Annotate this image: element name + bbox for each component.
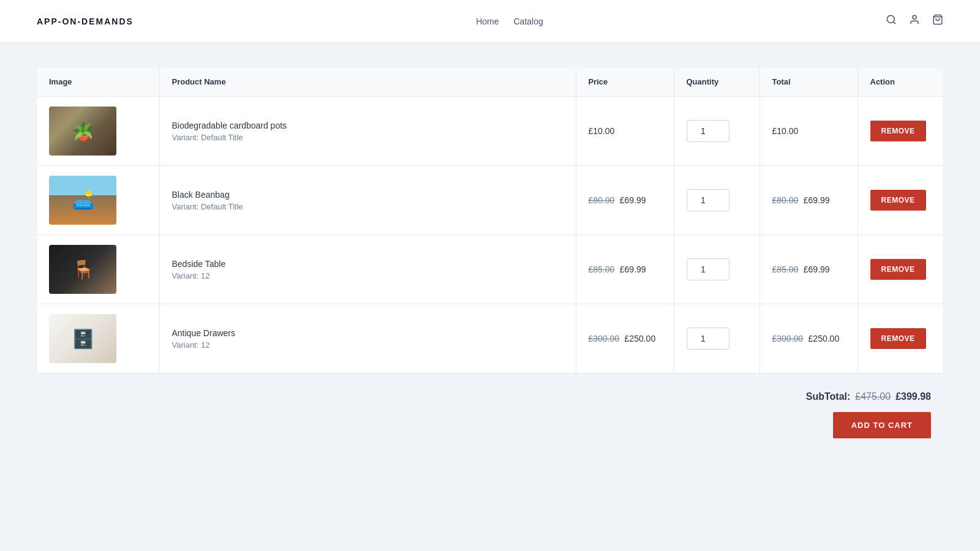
product-quantity-cell (674, 235, 760, 304)
svg-line-1 (893, 21, 895, 23)
product-image (49, 176, 116, 225)
product-action-cell: REMOVE (858, 304, 943, 373)
product-total-cell: £300.00 £250.00 (760, 304, 858, 373)
product-variant: Variant: Default Title (172, 133, 564, 142)
price-original: £80.00 (589, 195, 615, 205)
cart-icon[interactable] (932, 14, 943, 28)
price-original: £85.00 (589, 264, 615, 274)
product-image-cell (37, 304, 159, 373)
product-variant: Variant: Default Title (172, 202, 564, 211)
col-header-quantity: Quantity (674, 67, 760, 97)
product-action-cell: REMOVE (858, 97, 943, 166)
total-original: £300.00 (772, 334, 804, 343)
product-quantity-cell (674, 304, 760, 373)
svg-point-2 (913, 15, 916, 19)
product-total-cell: £85.00 £69.99 (760, 235, 858, 304)
product-total-cell: £80.00 £69.99 (760, 166, 858, 235)
product-image (49, 314, 116, 363)
remove-button[interactable]: REMOVE (870, 328, 926, 349)
remove-button[interactable]: REMOVE (870, 121, 926, 141)
table-row: Biodegradable cardboard pots Variant: De… (37, 97, 943, 166)
product-action-cell: REMOVE (858, 235, 943, 304)
product-name-cell: Biodegradable cardboard pots Variant: De… (159, 97, 576, 166)
table-header: Image Product Name Price Quantity Total … (37, 67, 943, 97)
subtotal-section: SubTotal: £475.00 £399.98 ADD TO CART (37, 391, 943, 438)
product-name: Bedside Table (172, 259, 564, 269)
quantity-input[interactable] (687, 189, 729, 211)
total-sale: £250.00 (809, 334, 840, 343)
product-quantity-cell (674, 166, 760, 235)
col-header-price: Price (576, 67, 674, 97)
quantity-input[interactable] (687, 120, 729, 142)
account-icon[interactable] (909, 14, 920, 28)
product-name-cell: Black Beanbag Variant: Default Title (159, 166, 576, 235)
product-image-cell (37, 97, 159, 166)
total-original: £80.00 (772, 195, 799, 205)
product-price-cell: £300.00 £250.00 (576, 304, 674, 373)
col-header-action: Action (858, 67, 943, 97)
product-price-cell: £10.00 (576, 97, 674, 166)
price-regular: £10.00 (589, 126, 615, 136)
product-price-cell: £80.00 £69.99 (576, 166, 674, 235)
subtotal-sale: £399.98 (895, 391, 931, 402)
table-row: Antique Drawers Variant: 12 £300.00 £250… (37, 304, 943, 373)
product-variant: Variant: 12 (172, 271, 564, 280)
subtotal-label: SubTotal: (806, 391, 851, 402)
table-body: Biodegradable cardboard pots Variant: De… (37, 97, 943, 373)
product-variant: Variant: 12 (172, 340, 564, 350)
total-regular: £10.00 (772, 126, 799, 136)
product-image (49, 107, 116, 156)
product-total-cell: £10.00 (760, 97, 858, 166)
page-wrapper: APP-ON-DEMANDS Home Catalog (0, 0, 980, 551)
product-image (49, 245, 116, 294)
price-original: £300.00 (589, 334, 620, 343)
header-icons (886, 14, 943, 28)
product-name: Black Beanbag (172, 190, 564, 200)
add-to-cart-button[interactable]: ADD TO CART (833, 412, 931, 438)
product-name: Biodegradable cardboard pots (172, 121, 564, 130)
price-sale: £250.00 (625, 334, 656, 343)
table-row: Black Beanbag Variant: Default Title £80… (37, 166, 943, 235)
logo: APP-ON-DEMANDS (37, 17, 134, 26)
quantity-input[interactable] (687, 258, 729, 280)
total-original: £85.00 (772, 264, 799, 274)
product-image-cell (37, 166, 159, 235)
product-image-cell (37, 235, 159, 304)
main-nav: Home Catalog (476, 17, 543, 26)
remove-button[interactable]: REMOVE (870, 190, 926, 211)
col-header-image: Image (37, 67, 159, 97)
header: APP-ON-DEMANDS Home Catalog (0, 0, 980, 43)
product-price-cell: £85.00 £69.99 (576, 235, 674, 304)
product-quantity-cell (674, 97, 760, 166)
total-sale: £69.99 (804, 195, 830, 205)
price-sale: £69.99 (620, 264, 646, 274)
nav-catalog[interactable]: Catalog (513, 17, 543, 26)
quantity-input[interactable] (687, 328, 729, 350)
subtotal-row: SubTotal: £475.00 £399.98 (806, 391, 931, 402)
product-action-cell: REMOVE (858, 166, 943, 235)
table-row: Bedside Table Variant: 12 £85.00 £69.99 … (37, 235, 943, 304)
search-icon[interactable] (886, 14, 897, 28)
col-header-total: Total (760, 67, 858, 97)
cart-table: Image Product Name Price Quantity Total … (37, 67, 943, 373)
main-content: Image Product Name Price Quantity Total … (0, 43, 980, 463)
price-sale: £69.99 (620, 195, 646, 205)
subtotal-original: £475.00 (855, 391, 891, 402)
total-sale: £69.99 (804, 264, 830, 274)
product-name: Antique Drawers (172, 328, 564, 338)
nav-home[interactable]: Home (476, 17, 499, 26)
product-name-cell: Antique Drawers Variant: 12 (159, 304, 576, 373)
product-name-cell: Bedside Table Variant: 12 (159, 235, 576, 304)
remove-button[interactable]: REMOVE (870, 259, 926, 280)
col-header-product: Product Name (159, 67, 576, 97)
